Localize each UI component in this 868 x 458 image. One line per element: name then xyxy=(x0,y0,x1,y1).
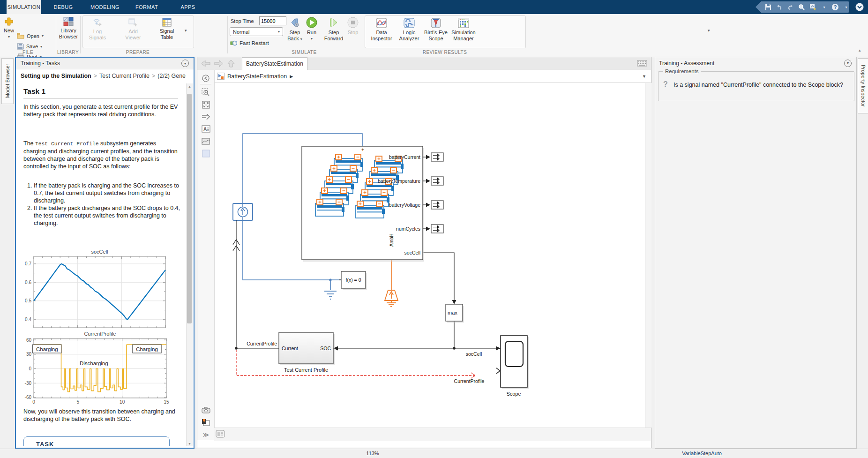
ribbon-overflow-dropdown-icon[interactable]: ▾ xyxy=(708,28,710,33)
task-action-box[interactable]: TASK xyxy=(23,436,170,446)
current-source-block[interactable] xyxy=(233,203,253,220)
tab-modeling[interactable]: MODELING xyxy=(91,0,119,14)
tab-apps[interactable]: APPS xyxy=(177,0,199,14)
scope-block[interactable] xyxy=(496,336,529,389)
data-inspector-button[interactable]: Data Inspector xyxy=(368,18,395,42)
breadcrumb-item-1[interactable]: Setting up the Simulation xyxy=(21,73,91,79)
tab-simulation[interactable]: SIMULATION xyxy=(7,0,41,14)
property-inspector-tab[interactable]: Property Inspector xyxy=(858,58,868,113)
titlebar-collapse-icon[interactable] xyxy=(855,2,864,14)
run-button[interactable]: Run ▾ xyxy=(301,17,322,42)
help-icon[interactable]: ? xyxy=(831,3,839,11)
section-label-file: FILE xyxy=(0,50,56,55)
viewmarks-icon[interactable] xyxy=(201,418,211,427)
add-viewer-button[interactable]: Add Viewer xyxy=(121,18,145,41)
canvas-hscrollbar[interactable] xyxy=(214,428,651,441)
redo-icon[interactable] xyxy=(787,3,794,11)
model-browser-tab[interactable]: Model Browser xyxy=(1,58,14,104)
soccell-chart: socCell0.40.50.60.7 xyxy=(22,248,169,330)
save-icon[interactable] xyxy=(765,3,771,11)
arrowhead-into-max xyxy=(452,300,456,304)
simulation-manager-button[interactable]: Simulation Manager xyxy=(449,18,478,42)
collapse-toolstrip-icon[interactable]: ▴ xyxy=(859,48,861,53)
new-button[interactable]: New ▾ xyxy=(1,17,17,40)
tab-format[interactable]: FORMAT xyxy=(134,0,159,14)
signal-label-currentprofile-in[interactable]: CurrentProfile xyxy=(247,341,277,346)
wire-junction xyxy=(453,347,456,350)
open-button[interactable]: Open▾ xyxy=(17,33,44,39)
port-label-batterytemperature: batteryTemperature xyxy=(378,178,420,184)
open-dropdown-icon[interactable]: ▾ xyxy=(42,34,44,38)
image-annotation-icon[interactable] xyxy=(201,136,211,146)
favorites-dropdown-icon[interactable]: ▾ xyxy=(821,3,827,11)
zoom-level[interactable]: 113% xyxy=(356,450,389,456)
electrical-ground-symbol[interactable] xyxy=(324,291,337,299)
add-to-favorites-icon[interactable] xyxy=(809,3,817,11)
red-dashed-currentprofile-wire[interactable] xyxy=(236,350,475,375)
solver-status[interactable]: VariableStepAuto xyxy=(656,450,722,456)
scope-block-name[interactable]: Scope xyxy=(506,391,521,397)
new-dropdown-icon[interactable]: ▾ xyxy=(1,34,17,40)
signal-label-currentprofile-red[interactable]: CurrentProfile xyxy=(454,378,485,384)
signal-routing-icon[interactable] xyxy=(201,112,211,121)
hide-explorer-icon[interactable] xyxy=(201,74,211,83)
help-dropdown-icon[interactable]: ▾ xyxy=(843,3,849,11)
signal-label-soccell[interactable]: socCell xyxy=(466,351,482,357)
scroll-up-icon[interactable]: ▲ xyxy=(187,85,193,88)
tab-debug[interactable]: DEBUG xyxy=(52,0,75,14)
max-block[interactable]: max xyxy=(446,304,464,323)
expand-palette-icon[interactable]: ≫ xyxy=(201,430,211,439)
panel-menu-icon[interactable]: ▼ xyxy=(181,60,189,67)
nav-up-icon[interactable] xyxy=(227,60,235,69)
zoom-region-icon[interactable] xyxy=(201,88,211,97)
ambient-temperature-source[interactable] xyxy=(385,290,398,307)
signal-table-button[interactable]: Signal Table xyxy=(155,18,179,40)
annotation-icon[interactable]: A xyxy=(201,124,211,134)
log-signals-button[interactable]: Log Signals xyxy=(85,18,110,41)
breadcrumb-expand-icon[interactable]: ▶ xyxy=(290,74,293,79)
doc-tab-batterystateestimation[interactable]: BatteryStateEstimation xyxy=(242,57,307,70)
save-button[interactable]: Save▾ xyxy=(17,43,42,50)
assessment-menu-icon[interactable]: ▼ xyxy=(844,60,852,67)
library-browser-button[interactable]: Library Browser xyxy=(57,17,80,40)
model-diagram: batteryCurrent batteryTemperature batter… xyxy=(214,83,651,428)
logic-analyzer-button[interactable]: Logic Analyzer xyxy=(397,18,422,42)
solver-block[interactable]: f(x) = 0 xyxy=(339,271,367,290)
screenshot-icon[interactable] xyxy=(201,405,211,415)
stop-button[interactable]: Stop xyxy=(343,17,363,36)
output-port-tags[interactable] xyxy=(423,153,443,233)
keyboard-shortcuts-icon[interactable] xyxy=(637,60,647,68)
breadcrumb-item-3[interactable]: (2/2) Gene xyxy=(157,73,186,79)
prepare-more-dropdown-icon[interactable]: ▾ xyxy=(185,28,187,33)
step-forward-button[interactable]: Step Forward xyxy=(322,17,345,42)
svg-text:0.7: 0.7 xyxy=(25,261,31,266)
breadcrumb-dropdown-icon[interactable]: ▼ xyxy=(642,74,646,79)
area-select-icon[interactable] xyxy=(201,149,211,158)
assessment-header: Training - Assessment ▼ xyxy=(655,57,856,69)
task-scrollbar[interactable]: ▲ ▼ xyxy=(186,83,193,446)
canvas-badge-icon[interactable] xyxy=(216,430,225,440)
nav-forward-icon[interactable] xyxy=(214,60,224,69)
test-current-profile-block[interactable]: Current SOC xyxy=(279,332,335,365)
scroll-down-icon[interactable]: ▼ xyxy=(187,442,193,445)
section-label-simulate: SIMULATE xyxy=(229,50,380,55)
run-dropdown-icon[interactable]: ▾ xyxy=(301,36,322,42)
scroll-thumb[interactable] xyxy=(187,94,192,323)
save-dropdown-icon[interactable]: ▾ xyxy=(40,45,42,49)
birds-eye-scope-button[interactable]: Bird's-Eye Scope xyxy=(423,18,449,42)
save-disk-icon xyxy=(17,43,24,50)
simulation-mode-select[interactable]: Normal▾ xyxy=(230,27,283,36)
breadcrumb-item-2[interactable]: Test Current Profile xyxy=(99,73,150,79)
tcp-block-name[interactable]: Test Current Profile xyxy=(284,367,328,373)
search-icon[interactable] xyxy=(798,3,805,11)
section-label-review-results: REVIEW RESULTS xyxy=(365,50,525,55)
nav-back-icon[interactable] xyxy=(201,60,210,69)
svg-text:socCell: socCell xyxy=(91,249,108,255)
log-signals-icon xyxy=(92,18,103,27)
fast-restart-button[interactable]: Fast Restart xyxy=(230,40,269,46)
breadcrumb-model-name[interactable]: BatteryStateEstimation xyxy=(227,73,287,80)
canvas-vscrollbar[interactable] xyxy=(645,83,651,428)
stop-time-input[interactable] xyxy=(259,16,286,25)
fit-to-view-icon[interactable] xyxy=(201,100,211,109)
undo-icon[interactable] xyxy=(776,3,783,11)
